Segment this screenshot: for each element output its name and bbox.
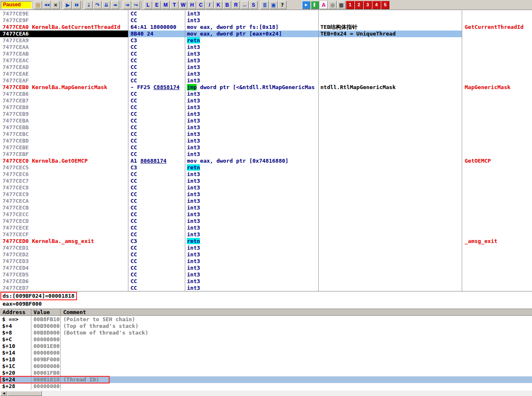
view-source-button[interactable]: S [249, 1, 258, 9]
disasm-row[interactable]: 7477CE9FCCint3 [0, 17, 532, 24]
disasm-address: 7477CEBA [0, 118, 128, 124]
disasm-row[interactable]: 7477CE9ECCint3 [0, 10, 532, 17]
execute-till-return-button[interactable]: ⇥ [123, 1, 131, 9]
stack-pane[interactable]: $ ==>00B8FB10(Pointer to SEH chain)$+400… [0, 316, 532, 390]
disasm-row[interactable]: 7477CEACCCint3 [0, 57, 532, 64]
stack-header-value[interactable]: Value [31, 309, 61, 315]
animate-over-button[interactable]: ↠ [111, 1, 119, 9]
run-button[interactable]: ▶ [64, 1, 72, 9]
disasm-row[interactable]: 7477CEA9C3retn [0, 37, 532, 44]
disasm-row[interactable]: 7477CEB7CCint3 [0, 97, 532, 104]
disasm-row[interactable]: 7477CEBCCCint3 [0, 131, 532, 138]
desktop-2-button[interactable]: 2 [355, 1, 363, 9]
disasm-row[interactable]: 7477CED3CCint3 [0, 258, 532, 265]
view-patches-button[interactable]: / [205, 1, 214, 9]
disasm-row[interactable]: 7477CEC8CCint3 [0, 184, 532, 191]
disasm-row[interactable]: 7477CED6CCint3 [0, 278, 532, 285]
disasm-row[interactable]: 7477CEBACCint3 [0, 118, 532, 124]
log-list-button[interactable]: ≣ [261, 1, 269, 9]
stack-row[interactable]: $+1C00000000 [0, 363, 532, 370]
desktop-1-button[interactable]: 1 [346, 1, 354, 9]
plugin-circle-button[interactable]: ◎ [328, 1, 337, 9]
stack-row[interactable]: $+18009BF000 [0, 356, 532, 363]
disasm-row[interactable]: 7477CECACCint3 [0, 198, 532, 204]
disasm-row[interactable]: 7477CED1CCint3 [0, 245, 532, 251]
disasm-row[interactable]: 7477CEC0 KernelBa.GetOEMCPA1 80688174mov… [0, 158, 532, 164]
stack-row[interactable]: $ ==>00B8FB10(Pointer to SEH chain) [0, 316, 532, 323]
step-into-button[interactable]: ⇣ [84, 1, 93, 9]
animate-into-button[interactable]: ⇊ [102, 1, 110, 9]
view-executables-button[interactable]: E [153, 1, 161, 9]
tile-windows-button[interactable]: ▣ [269, 1, 278, 9]
disasm-address: 7477CEB8 [0, 104, 128, 111]
disasm-row[interactable]: 7477CECFCCint3 [0, 231, 532, 238]
disasm-row[interactable]: 7477CED2CCint3 [0, 251, 532, 258]
disasm-row[interactable]: 7477CEABCCint3 [0, 51, 532, 57]
disasm-row[interactable]: 7477CEA0 KernelBa.GetCurrentThreadId64:A… [0, 24, 532, 31]
disasm-row[interactable]: 7477CEBDCCint3 [0, 138, 532, 144]
desktop-4-button[interactable]: 4 [372, 1, 381, 9]
disasm-row[interactable]: 7477CECDCCint3 [0, 218, 532, 225]
restart-button[interactable]: ◀◀ [43, 1, 51, 9]
disasm-row[interactable]: 7477CECCCCint3 [0, 211, 532, 218]
stack-row[interactable]: $+1000001E00 [0, 343, 532, 350]
plugin-grid-button[interactable]: ▦ [337, 1, 345, 9]
scroll-left-arrow-icon[interactable]: ◀ [0, 391, 7, 396]
stack-header-address[interactable]: Address [0, 309, 31, 315]
disasm-row[interactable]: 7477CEC7CCint3 [0, 178, 532, 184]
disasm-row[interactable]: 7477CEB8CCint3 [0, 104, 532, 111]
pause-button[interactable]: ▮▮ [72, 1, 81, 9]
stack-row[interactable]: $+C00000000 [0, 336, 532, 343]
scrollbar-thumb[interactable] [8, 391, 42, 396]
view-handles-button[interactable]: H [188, 1, 196, 9]
plugin-green-button[interactable]: ▌ [311, 1, 319, 9]
disasm-row[interactable]: 7477CEB0 KernelBa.MapGenericMask- FF25 C… [0, 84, 532, 91]
stack-header-comment[interactable]: Comment [61, 309, 532, 315]
disasm-row[interactable]: 7477CEC5C3retn [0, 164, 532, 171]
view-call-stack-button[interactable]: K [214, 1, 223, 9]
desktop-5-button[interactable]: 5 [381, 1, 389, 9]
plugin-a-button[interactable]: A [320, 1, 328, 9]
desktop-3-button[interactable]: 3 [363, 1, 372, 9]
view-memory-button[interactable]: M [161, 1, 170, 9]
disasm-row[interactable]: 7477CED0 KernelBa._amsg_exitC3retn_amsg_… [0, 238, 532, 245]
stack-row[interactable]: $+2000001FB0 [0, 370, 532, 376]
disasm-row[interactable]: 7477CEC6CCint3 [0, 171, 532, 178]
view-log-button[interactable]: L [144, 1, 152, 9]
view-windows-button[interactable]: W [179, 1, 187, 9]
step-over-button[interactable]: ↷ [93, 1, 102, 9]
disasm-row[interactable]: 7477CEAECCint3 [0, 71, 532, 77]
plugin-blue-button[interactable]: ▶ [302, 1, 310, 9]
disasm-row[interactable]: 7477CEB9CCint3 [0, 111, 532, 118]
disasm-row[interactable]: 7477CEADCCint3 [0, 64, 532, 71]
disasm-row[interactable]: 7477CED7CCint3 [0, 285, 532, 291]
disasm-row[interactable]: 7477CEA68B40 24mov eax, dword ptr [eax+0… [0, 31, 532, 37]
disassembly-pane[interactable]: 7477CE9ECCint37477CE9FCCint37477CEA0 Ker… [0, 10, 532, 291]
disasm-row[interactable]: 7477CEB6CCint3 [0, 91, 532, 97]
disasm-row[interactable]: 7477CEBECCint3 [0, 144, 532, 151]
disasm-row[interactable]: 7477CECBCCint3 [0, 204, 532, 211]
view-run-trace-button[interactable]: ... [240, 1, 249, 9]
execute-till-user-button[interactable]: ↪ [132, 1, 140, 9]
help-button[interactable]: ? [278, 1, 286, 9]
horizontal-scrollbar[interactable]: ◀ [0, 390, 532, 396]
stack-row[interactable]: $+2400001818(Thread ID) [0, 376, 532, 383]
disasm-row[interactable]: 7477CED4CCint3 [0, 265, 532, 271]
stack-row[interactable]: $+400B90000(Top of thread's stack) [0, 323, 532, 330]
stack-row[interactable]: $+800B8D000(Bottom of thread's stack) [0, 330, 532, 336]
close-button[interactable]: × [51, 1, 60, 9]
view-breakpoints-button[interactable]: B [223, 1, 231, 9]
view-cpu-button[interactable]: C [197, 1, 205, 9]
disasm-row[interactable]: 7477CED5CCint3 [0, 271, 532, 278]
stack-row[interactable]: $+2800000000 [0, 383, 532, 390]
open-file-button[interactable]: ▤ [34, 1, 42, 9]
disasm-row[interactable]: 7477CEBFCCint3 [0, 151, 532, 158]
stack-row[interactable]: $+1400000000 [0, 350, 532, 356]
disasm-row[interactable]: 7477CEC9CCint3 [0, 191, 532, 198]
view-references-button[interactable]: R [232, 1, 240, 9]
disasm-row[interactable]: 7477CEBBCCint3 [0, 124, 532, 131]
disasm-row[interactable]: 7477CEAFCCint3 [0, 77, 532, 84]
disasm-row[interactable]: 7477CEAACCint3 [0, 44, 532, 51]
disasm-row[interactable]: 7477CECECCint3 [0, 225, 532, 231]
view-threads-button[interactable]: T [170, 1, 179, 9]
